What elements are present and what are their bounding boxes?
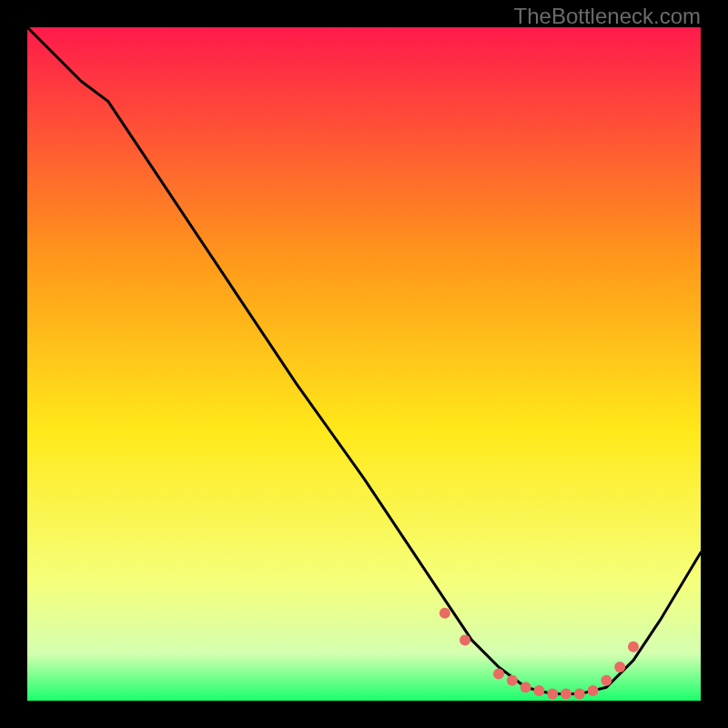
marker-dot <box>440 608 450 619</box>
marker-dot <box>493 668 504 679</box>
marker-dot <box>547 689 558 700</box>
marker-dot <box>460 634 470 645</box>
marker-dot <box>588 685 599 696</box>
marker-dot <box>614 662 625 672</box>
chart-svg <box>27 27 701 701</box>
watermark-text: TheBottleneck.com <box>514 4 701 29</box>
marker-dot <box>507 675 518 686</box>
marker-dot <box>628 642 639 652</box>
chart-frame: TheBottleneck.com <box>0 0 728 728</box>
gradient-bg <box>27 27 701 701</box>
plot-area <box>27 27 701 701</box>
marker-dot <box>533 685 544 696</box>
marker-dot <box>521 682 531 693</box>
marker-dot <box>561 689 571 700</box>
marker-dot <box>574 689 585 700</box>
marker-dot <box>601 675 612 686</box>
